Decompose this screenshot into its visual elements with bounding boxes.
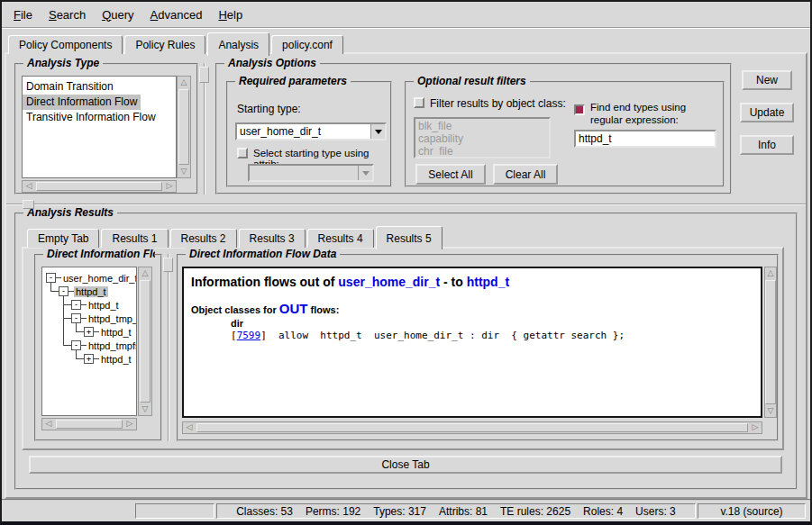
collapse-icon[interactable]: -: [59, 286, 68, 296]
new-button[interactable]: New: [742, 70, 792, 90]
scroll-right-icon[interactable]: ▷: [163, 181, 176, 192]
clear-all-button[interactable]: Clear All: [493, 164, 558, 185]
scroll-right-icon[interactable]: ▷: [749, 422, 762, 433]
tab-empty[interactable]: Empty Tab: [27, 229, 99, 248]
tree-node-label[interactable]: httpd_t: [87, 300, 121, 311]
sash-handle[interactable]: [163, 258, 173, 272]
scroll-right-icon[interactable]: ▷: [123, 419, 136, 430]
list-item[interactable]: Domain Transition: [23, 79, 117, 95]
scrollbar-thumb[interactable]: [56, 420, 123, 429]
scrollbar-thumb[interactable]: [178, 89, 189, 165]
analysis-type-vscrollbar[interactable]: △ ▽: [177, 76, 191, 178]
tree-node-label[interactable]: httpd_t: [99, 354, 133, 365]
tree-connector: [63, 345, 71, 346]
scroll-up-icon[interactable]: △: [178, 77, 190, 88]
tree-vscrollbar[interactable]: △ ▽: [138, 267, 152, 416]
tree-node-label-selected[interactable]: httpd_t: [74, 286, 108, 297]
object-class-item: capability: [418, 132, 546, 145]
flow-data-text[interactable]: Information flows out of user_home_dir_t…: [182, 267, 762, 418]
tree-node-label[interactable]: httpd_tmpfs_t: [87, 340, 137, 351]
filter-by-object-class-label: Filter results by object class:: [430, 97, 566, 110]
update-button[interactable]: Update: [740, 103, 794, 122]
close-tab-button[interactable]: Close Tab: [29, 456, 782, 474]
scrollbar-thumb[interactable]: [140, 280, 151, 403]
flow-data-frame: Direct Information Flow Data Information…: [177, 254, 779, 441]
tree-node-label[interactable]: httpd_tmp_t: [87, 313, 137, 324]
analysis-type-hscrollbar[interactable]: ◁ ▷: [22, 180, 177, 193]
tree-node[interactable]: -httpd_tmpfs_t: [71, 339, 137, 352]
tab-analysis[interactable]: Analysis: [207, 32, 269, 56]
tab-results-1[interactable]: Results 1: [101, 229, 168, 248]
analysis-type-list[interactable]: Domain Transition Direct Information Flo…: [22, 76, 177, 178]
tree-node[interactable]: -httpd_t: [71, 298, 121, 312]
scrollbar-thumb[interactable]: [36, 182, 162, 191]
select-all-button[interactable]: Select All: [415, 164, 486, 185]
expand-icon[interactable]: +: [84, 354, 94, 364]
starting-type-value[interactable]: [237, 124, 370, 139]
object-class-item: chr_file: [418, 145, 546, 158]
attrib-checkbox[interactable]: [237, 148, 248, 158]
rule-number-link[interactable]: 7599: [237, 330, 261, 341]
tree-node[interactable]: +httpd_t: [84, 325, 133, 339]
object-class-list: blk_file capability chr_file: [414, 117, 551, 158]
data-vscrollbar[interactable]: △ ▽: [764, 267, 777, 418]
stat-perms: Perms: 192: [306, 505, 360, 518]
stat-classes: Classes: 53: [236, 505, 293, 518]
collapse-icon[interactable]: -: [71, 300, 81, 310]
tab-results-2[interactable]: Results 2: [170, 229, 237, 248]
data-hscrollbar[interactable]: ◁ ▷: [182, 421, 762, 434]
flow-tree[interactable]: -user_home_dir_t -httpd_t -httpd_t: [41, 267, 137, 416]
info-button[interactable]: Info: [740, 135, 794, 155]
status-bar: Classes: 53 Perms: 192 Types: 317 Attrib…: [2, 499, 810, 521]
menu-search[interactable]: Search: [41, 6, 94, 23]
scroll-down-icon[interactable]: ▽: [178, 166, 190, 177]
tab-results-3[interactable]: Results 3: [239, 229, 306, 248]
analysis-type-title: Analysis Type: [23, 57, 103, 69]
tree-node[interactable]: -httpd_tmp_t: [71, 312, 137, 325]
starting-type-combobox[interactable]: [235, 122, 387, 140]
list-item[interactable]: Transitive Information Flow: [23, 110, 160, 125]
filter-by-object-class-checkbox[interactable]: [414, 97, 424, 108]
tree-node-label[interactable]: httpd_t: [99, 327, 133, 338]
app-window: File Search Query Advanced Help Policy C…: [0, 0, 812, 525]
tree-node[interactable]: +httpd_t: [84, 352, 133, 366]
tab-results-5[interactable]: Results 5: [376, 226, 442, 249]
vertical-sash[interactable]: [168, 254, 169, 441]
chevron-down-icon[interactable]: [370, 124, 385, 139]
horizontal-sash[interactable]: [6, 204, 806, 205]
tab-policy-components[interactable]: Policy Components: [8, 35, 123, 54]
tab-results-4[interactable]: Results 4: [307, 229, 374, 248]
tree-hscrollbar[interactable]: ◁ ▷: [41, 418, 137, 430]
collapse-icon[interactable]: -: [71, 340, 81, 350]
sash-handle[interactable]: [23, 200, 34, 209]
tree-node[interactable]: -httpd_t: [59, 285, 108, 298]
scroll-down-icon[interactable]: ▽: [764, 405, 777, 417]
tab-policy-conf[interactable]: policy.conf: [271, 35, 343, 54]
scroll-left-icon[interactable]: ◁: [42, 419, 55, 430]
menu-query[interactable]: Query: [94, 6, 141, 23]
scroll-up-icon[interactable]: △: [764, 267, 777, 279]
tab-policy-rules[interactable]: Policy Rules: [124, 35, 205, 54]
menu-bar: File Search Query Advanced Help: [2, 2, 810, 27]
list-item-selected[interactable]: Direct Information Flow: [23, 95, 141, 110]
scroll-left-icon[interactable]: ◁: [183, 422, 196, 433]
results-content-panel: Direct Information Flow T: [22, 247, 784, 450]
expand-icon[interactable]: +: [84, 327, 94, 337]
scroll-down-icon[interactable]: ▽: [139, 403, 151, 415]
scroll-left-icon[interactable]: ◁: [23, 181, 35, 192]
menu-advanced[interactable]: Advanced: [142, 6, 211, 23]
scrollbar-thumb[interactable]: [196, 423, 748, 432]
regex-input[interactable]: [576, 131, 715, 146]
scroll-up-icon[interactable]: △: [139, 267, 151, 279]
regex-entry[interactable]: [574, 130, 716, 148]
attrib-combo-value: [250, 166, 358, 180]
collapse-icon[interactable]: -: [46, 273, 56, 283]
menu-help[interactable]: Help: [210, 6, 251, 23]
collapse-icon[interactable]: -: [71, 313, 81, 323]
tree-node-label[interactable]: user_home_dir_t: [61, 273, 137, 284]
tree-node[interactable]: -user_home_dir_t: [46, 271, 137, 285]
regex-checkbox[interactable]: [574, 104, 585, 115]
sash-handle[interactable]: [199, 67, 209, 83]
scrollbar-thumb[interactable]: [765, 280, 776, 404]
menu-file[interactable]: File: [5, 6, 41, 23]
